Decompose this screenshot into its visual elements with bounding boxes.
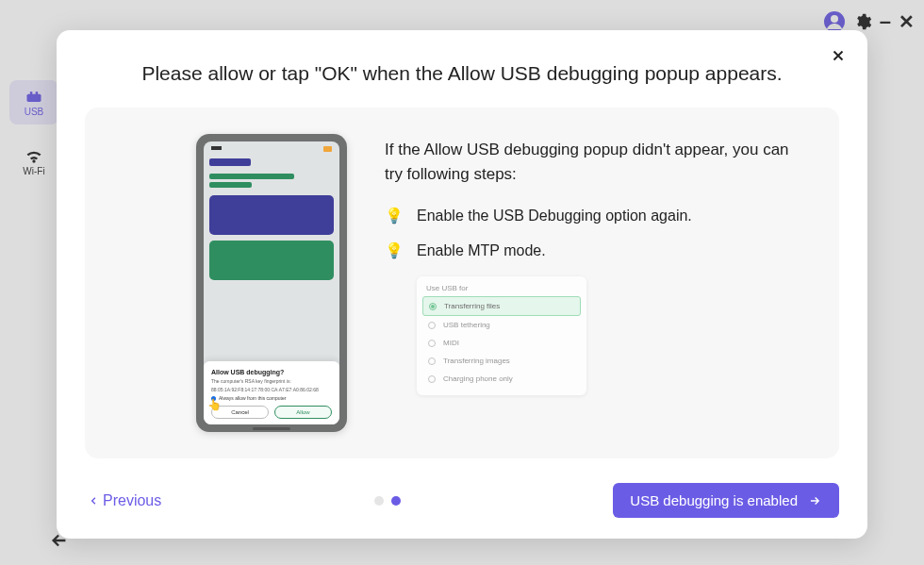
description: If the Allow USB debugging popup didn't … bbox=[385, 138, 800, 186]
step-dot-active bbox=[391, 496, 401, 506]
phone-dialog: Allow USB debugging? The computer's RSA … bbox=[204, 361, 339, 424]
usb-option: MIDI bbox=[422, 334, 581, 352]
usb-option: Charging phone only bbox=[422, 370, 581, 388]
phone-always-label: Always allow from this computer bbox=[219, 395, 286, 401]
usb-option: Transferring files bbox=[422, 296, 581, 316]
close-button[interactable] bbox=[830, 47, 847, 68]
tip-text: Enable MTP mode. bbox=[417, 242, 546, 259]
tip-row: 💡 Enable the USB Debugging option again. bbox=[385, 207, 813, 224]
usb-panel-header: Use USB for bbox=[422, 284, 581, 292]
phone-illustration: Allow USB debugging? The computer's RSA … bbox=[196, 134, 347, 432]
usb-enabled-button[interactable]: USB debugging is enabled bbox=[613, 483, 839, 518]
phone-dialog-text: The computer's RSA key fingerprint is: bbox=[211, 378, 332, 385]
usb-option: Transferring images bbox=[422, 352, 581, 370]
phone-dialog-title: Allow USB debugging? bbox=[211, 369, 332, 375]
next-label: USB debugging is enabled bbox=[630, 492, 798, 508]
usb-option: USB tethering bbox=[422, 316, 581, 334]
tip-text: Enable the USB Debugging option again. bbox=[417, 208, 692, 224]
tap-hand-icon: 👆 bbox=[207, 398, 222, 411]
tip-row: 💡 Enable MTP mode. bbox=[385, 241, 813, 259]
usb-options-panel: Use USB for Transferring files USB tethe… bbox=[417, 276, 586, 395]
bulb-icon: 💡 bbox=[385, 241, 404, 259]
step-dot bbox=[374, 496, 384, 506]
dialog-title: Please allow or tap "OK" when the Allow … bbox=[85, 62, 839, 85]
previous-button[interactable]: Previous bbox=[85, 492, 161, 509]
step-indicator bbox=[374, 496, 401, 506]
phone-allow-button: Allow bbox=[274, 406, 332, 419]
dialog: Please allow or tap "OK" when the Allow … bbox=[57, 30, 867, 539]
previous-label: Previous bbox=[103, 492, 161, 509]
phone-dialog-fingerprint: 88:05:1A:92:F8:14:17:78:00:CA:A7:E7:A0:8… bbox=[211, 387, 332, 393]
bulb-icon: 💡 bbox=[385, 207, 404, 224]
dialog-footer: Previous USB debugging is enabled bbox=[85, 483, 839, 518]
content-card: Allow USB debugging? The computer's RSA … bbox=[85, 108, 839, 458]
